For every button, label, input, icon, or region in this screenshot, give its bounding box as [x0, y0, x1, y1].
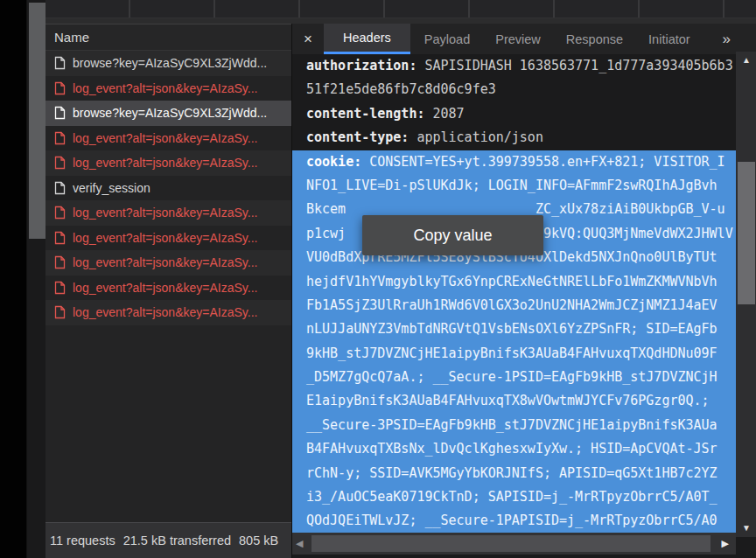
file-icon [54, 106, 66, 120]
request-row[interactable]: log_event?alt=json&key=AIzaSy... [46, 76, 291, 101]
header-line: authorization: SAPISIDHASH 1638563771_1d… [292, 54, 736, 78]
header-line-selected: nLUJJaUNYZ3VmbTdNRGVtQ1VsbENsOXl6YzZPSnF… [292, 317, 736, 341]
file-icon [54, 206, 66, 220]
file-icon [54, 231, 66, 245]
header-line-selected: __Secure-3PSID=EAgFb9kHB_stJ7DVZNCjHE1ai… [292, 414, 736, 437]
request-name: log_event?alt=json&key=AIzaSy... [73, 131, 257, 145]
file-icon [54, 81, 66, 95]
request-row[interactable]: log_event?alt=json&key=AIzaSy... [46, 126, 291, 151]
request-name: verify_session [73, 181, 150, 195]
header-line-selected: Fb1A5SjZ3UlRraUh1RWd6V0lGX3o2UnU2NHA2WmJ… [292, 294, 736, 317]
devtools-window: Name browse?key=AIzaSyC9XL3ZjWdd... log_… [0, 0, 756, 558]
request-row[interactable]: log_event?alt=json&key=AIzaSy... [46, 150, 291, 176]
resources-size: 805 kB [239, 534, 278, 548]
header-line: 51f21e5de86fb7c8d06c9fe3 [292, 78, 736, 101]
tab-preview[interactable]: Preview [495, 24, 541, 54]
file-icon [54, 255, 66, 269]
tab-payload[interactable]: Payload [424, 24, 470, 54]
scroll-right-icon[interactable]: ▶ [722, 533, 729, 555]
file-icon [54, 281, 66, 295]
tab-initiator[interactable]: Initiator [648, 24, 690, 54]
file-icon [54, 156, 66, 170]
request-row[interactable]: log_event?alt=json&key=AIzaSy... [46, 200, 291, 226]
tab-headers[interactable]: Headers [324, 24, 410, 54]
network-summary-bar: 11 requests 21.5 kB transferred 805 kB [46, 522, 291, 558]
requests-count: 11 requests [50, 534, 116, 548]
horizontal-scrollbar[interactable]: ◀ ▶ [292, 533, 736, 555]
header-line-selected: E1aipyBnifsK3AUaB4FAHvuxqTX8wVOwtmWJYCFv… [292, 389, 736, 413]
name-column-header[interactable]: Name [46, 24, 291, 51]
header-line-selected: i3_/AuOC5eaK0719CkTnD; SAPISID=j_-MrRTpy… [292, 485, 736, 509]
overview-cell [640, 0, 724, 17]
horizontal-scrollbar-thumb[interactable] [312, 535, 710, 552]
more-tabs-icon[interactable]: » [723, 24, 731, 54]
request-row[interactable]: verify_session [46, 176, 291, 201]
file-icon [54, 305, 66, 319]
request-row[interactable]: log_event?alt=json&key=AIzaSy... [46, 226, 291, 251]
request-name: browse?key=AIzaSyC9XL3ZjWdd... [73, 56, 267, 70]
request-name: browse?key=AIzaSyC9XL3ZjWdd... [73, 106, 267, 120]
scroll-up-icon[interactable]: ▲ [736, 55, 756, 66]
copy-value-popup[interactable]: Copy value [362, 215, 543, 255]
close-icon[interactable]: × [292, 24, 324, 54]
file-icon [54, 131, 66, 145]
header-line-selected: B4FAHvuxqTXBsNx_lDvQclKghesxwIyXw.; HSID… [292, 437, 736, 461]
request-name: log_event?alt=json&key=AIzaSy... [73, 281, 257, 295]
overview-cell [470, 0, 555, 17]
page-scrollbar-thumb[interactable] [29, 3, 46, 239]
request-name: log_event?alt=json&key=AIzaSy... [73, 231, 257, 245]
overview-cell [300, 0, 385, 17]
details-tab-bar: × Headers Payload Preview Response Initi… [292, 24, 756, 54]
header-line: content-length: 2087 [292, 102, 736, 126]
overview-cell [215, 0, 300, 17]
file-icon [54, 56, 66, 70]
overview-cell [724, 0, 756, 17]
header-line-selected: cookie: CONSENT=YES+yt.399739558.en+FX+8… [292, 150, 736, 174]
request-name: log_event?alt=json&key=AIzaSy... [73, 305, 257, 319]
page-scrollbar[interactable] [26, 0, 46, 558]
scroll-left-icon[interactable]: ◀ [296, 533, 303, 555]
vertical-scrollbar[interactable]: ▲ ▼ [736, 52, 756, 537]
file-icon [54, 181, 66, 195]
overview-cell [385, 0, 470, 17]
request-row[interactable]: log_event?alt=json&key=AIzaSy... [46, 300, 291, 325]
request-name: log_event?alt=json&key=AIzaSy... [73, 206, 257, 220]
overview-cell [46, 0, 130, 17]
network-request-list: Name browse?key=AIzaSyC9XL3ZjWdd... log_… [46, 24, 291, 558]
header-line-selected: NFO1_LIVE=Di-pSlUKdJk; LOGIN_INFO=AFmmF2… [292, 174, 736, 198]
scroll-down-icon[interactable]: ▼ [736, 523, 756, 534]
request-row[interactable]: log_event?alt=json&key=AIzaSy... [46, 276, 291, 301]
request-details-panel: × Headers Payload Preview Response Initi… [291, 24, 756, 558]
tab-response[interactable]: Response [566, 24, 623, 54]
request-name: log_event?alt=json&key=AIzaSy... [73, 255, 257, 269]
vertical-scrollbar-thumb[interactable] [738, 162, 755, 304]
overview-cell [130, 0, 215, 17]
header-line-selected: 9kHB_stJ7DVZNCjHE1aipyBnifsK3AUaB4FAHvux… [292, 342, 736, 366]
header-line-selected: _D5MZ7gQcQ7aA.; __Secure-1PSID=EAgFb9kHB… [292, 366, 736, 389]
headers-content[interactable]: authorization: SAPISIDHASH 1638563771_1d… [292, 54, 736, 534]
copy-value-label: Copy value [413, 227, 492, 245]
request-name: log_event?alt=json&key=AIzaSy... [73, 81, 257, 95]
overview-strip [46, 0, 756, 18]
header-line: content-type: application/json [292, 126, 736, 150]
request-row[interactable]: log_event?alt=json&key=AIzaSy... [46, 250, 291, 276]
transferred-size: 21.5 kB transferred [123, 534, 231, 548]
overview-cell [555, 0, 640, 17]
request-name: log_event?alt=json&key=AIzaSy... [73, 156, 257, 170]
page-background [0, 0, 26, 558]
request-row[interactable]: browse?key=AIzaSyC9XL3ZjWdd... [46, 51, 291, 76]
request-row[interactable]: browse?key=AIzaSyC9XL3ZjWdd... [46, 101, 291, 126]
header-line-selected: hejdfV1hYVmgyblkyTGx6YnpCRExNeGtNRElLbFo… [292, 270, 736, 294]
header-line-selected: QOdJQEiTWLvJZ; __Secure-1PAPISID=j_-MrRT… [292, 509, 736, 533]
header-line-selected: rChN-y; SSID=AVK5MGyYbKORJNIfS; APISID=q… [292, 462, 736, 485]
request-rows: browse?key=AIzaSyC9XL3ZjWdd... log_event… [46, 51, 291, 325]
